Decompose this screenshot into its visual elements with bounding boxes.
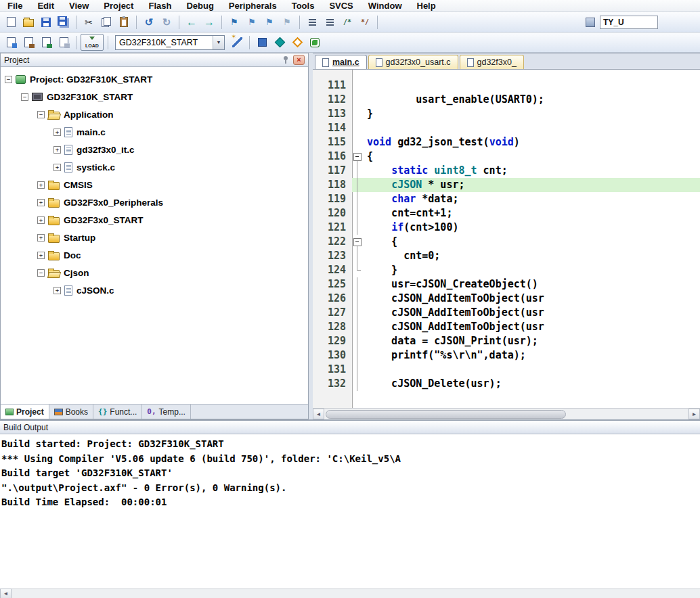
manage-rte-button[interactable] [254,34,270,51]
undo-button[interactable] [141,14,157,30]
manage-pack-button[interactable] [271,34,288,51]
target-select[interactable]: GD32F310K_START [115,35,225,50]
tree-item[interactable]: −Application [1,106,308,123]
code-line[interactable]: 118 cJSON * usr; [313,178,700,192]
find-tool-button[interactable] [582,14,598,30]
tree-expander-icon[interactable]: + [53,146,61,154]
nav-back-button[interactable] [183,14,200,30]
tree-item[interactable]: +CMSIS [1,176,308,193]
panel-tab-templates[interactable]: 0,Temp... [142,405,191,419]
tree-item[interactable]: +gd32f3x0_it.c [1,141,308,158]
fold-margin-collapse-icon[interactable] [352,235,363,249]
code-line[interactable]: 124 } [313,263,700,277]
tree-item[interactable]: −GD32F310K_START [1,88,308,106]
tree-item[interactable]: +Doc [1,246,308,264]
redo-button[interactable] [158,14,175,30]
menu-item-svcs[interactable]: SVCS [322,1,360,11]
panel-tab-books[interactable]: Books [49,405,93,419]
code-line[interactable]: 115void gd32_json_test(void) [313,135,700,150]
fold-margin-collapse-icon[interactable] [352,150,363,164]
editor-hscrollbar-thumb[interactable] [326,410,566,419]
build-output-hscrollbar[interactable]: ◄ [0,589,700,598]
comment-button[interactable] [339,14,355,30]
copy-button[interactable] [98,14,114,30]
rebuild-button[interactable] [38,34,54,51]
options-target-button[interactable] [229,34,245,51]
tree-expander-icon[interactable]: − [5,76,12,83]
translate-button[interactable] [3,34,19,51]
new-file-button[interactable] [3,14,19,30]
panel-tab-project[interactable]: Project [1,405,49,419]
tree-expander-icon[interactable]: + [53,164,61,171]
scroll-left-icon[interactable]: ◄ [313,409,324,419]
code-line[interactable]: 132 cJSON_Delete(usr); [313,377,700,391]
code-line[interactable]: 125 usr=cJSON_CreateObject() [313,277,700,292]
tree-item[interactable]: +cJSON.c [1,281,308,299]
code-line[interactable]: 116{ [313,150,700,164]
code-line[interactable]: 112 usart_enable(USART0); [313,93,700,107]
tree-expander-icon[interactable]: − [21,93,28,101]
code-line[interactable]: 128 cJSON_AddItemToObject(usr [313,320,700,334]
flash-config-button[interactable] [289,34,305,51]
bookmark-prev-button[interactable] [244,14,260,30]
tree-item[interactable]: +systick.c [1,158,308,176]
tree-expander-icon[interactable]: + [37,216,45,224]
tree-expander-icon[interactable]: − [37,269,45,277]
tree-expander-icon[interactable]: + [37,252,45,259]
code-line[interactable]: 131 [313,363,700,377]
nav-forward-button[interactable] [201,14,217,30]
code-line[interactable]: 117 static uint8_t cnt; [313,164,700,178]
tree-expander-icon[interactable]: + [53,287,61,294]
code-line[interactable]: 121 if(cnt>100) [313,221,700,235]
save-all-button[interactable] [56,14,72,30]
tree-item[interactable]: −Cjson [1,264,308,281]
menu-item-edit[interactable]: Edit [30,1,62,11]
tree-expander-icon[interactable]: + [37,181,45,189]
tree-expander-icon[interactable]: − [37,111,45,118]
save-button[interactable] [38,14,54,30]
scroll-right-icon[interactable]: ► [688,409,700,419]
tree-item[interactable]: +GD32F3x0_START [1,211,308,229]
pin-icon[interactable] [282,55,289,64]
bookmark-next-button[interactable] [261,14,278,30]
menu-item-window[interactable]: Window [361,1,410,11]
debug-settings-button[interactable] [307,34,323,51]
load-button[interactable]: LOAD [81,34,104,51]
menu-item-file[interactable]: File [0,1,30,11]
code-line[interactable]: 129 data = cJSON_Print(usr); [313,334,700,348]
bookmark-button[interactable] [226,14,242,30]
indent-button[interactable] [304,14,320,30]
editor-tab-gd32f3x0_usart.c[interactable]: gd32f3x0_usart.c [368,55,458,69]
editor-tab-gd32f3x0_[interactable]: gd32f3x0_ [460,55,524,69]
paste-button[interactable] [116,14,132,30]
tree-item[interactable]: +Startup [1,229,308,246]
menu-item-help[interactable]: Help [410,1,443,11]
outdent-button[interactable] [322,14,338,30]
uncomment-button[interactable] [357,14,373,30]
code-line[interactable]: 119 char *data; [313,192,700,206]
build-scroll-left-icon[interactable]: ◄ [0,589,12,598]
tree-expander-icon[interactable]: + [53,129,61,136]
tree-expander-icon[interactable]: + [37,199,45,206]
target-select-dropdown-button[interactable] [213,36,224,49]
code-line[interactable]: 113} [313,107,700,121]
bookmark-clear-button[interactable] [279,14,295,30]
menu-item-flash[interactable]: Flash [141,1,179,11]
code-line[interactable]: 122 { [313,235,700,249]
editor-tab-main.c[interactable]: main.c [315,55,367,69]
tree-item[interactable]: +GD32F3x0_Peripherals [1,193,308,211]
open-file-button[interactable] [20,14,37,30]
code-line[interactable]: 114 [313,121,700,135]
menu-item-debug[interactable]: Debug [179,1,221,11]
code-line[interactable]: 130 printf("%s\r\n",data); [313,348,700,363]
tree-expander-icon[interactable]: + [37,234,45,242]
menu-item-project[interactable]: Project [96,1,141,11]
tree-item[interactable]: +main.c [1,123,308,141]
menu-item-peripherals[interactable]: Peripherals [221,1,284,11]
code-line[interactable]: 120 cnt=cnt+1; [313,206,700,221]
code-line[interactable]: 127 cJSON_AddItemToObject(usr [313,306,700,320]
cut-button[interactable] [81,14,97,30]
code-area[interactable]: 111112 usart_enable(USART0);113}114115vo… [313,70,700,408]
menu-item-view[interactable]: View [62,1,96,11]
code-line[interactable]: 126 cJSON_AddItemToObject(usr [313,292,700,306]
